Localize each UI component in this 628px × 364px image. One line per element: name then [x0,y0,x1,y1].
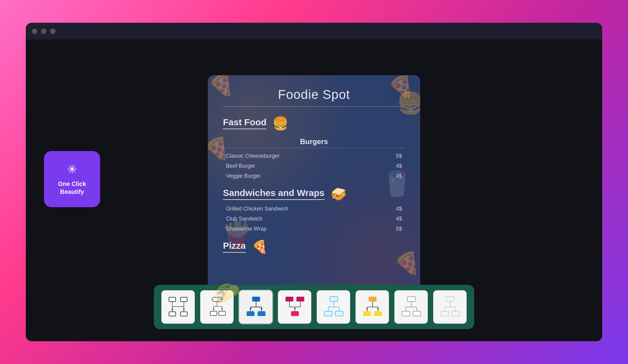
toolbar-item-muted-flowchart[interactable] [433,290,467,324]
list-item: Shawarma Wrap 5$ [223,225,405,233]
svg-marker-27 [261,308,262,310]
svg-marker-26 [250,308,252,310]
list-item: Classic Cheeseburger 5$ [223,152,405,160]
item-name: Club Sandwich [226,216,262,222]
toolbar-item-plain-flowchart[interactable] [161,290,195,324]
list-item: Veggie Burger 4$ [223,172,405,180]
sandwiches-section: Sandwiches and Wraps 🥪 Grilled Chicken S… [223,187,405,233]
burgers-section: Burgers Classic Cheeseburger 5$ Beef Bur… [223,137,405,180]
svg-marker-50 [366,308,368,310]
pizza-header: Pizza 🍕 [223,239,405,254]
svg-marker-18 [221,308,223,310]
svg-rect-53 [402,311,410,316]
item-price: 4$ [396,173,402,179]
item-name: Shawarma Wrap [226,226,267,232]
beautify-label: One ClickBeautify [58,180,86,196]
svg-rect-38 [335,311,343,316]
svg-rect-11 [210,311,217,315]
item-price: 4$ [396,163,402,169]
svg-rect-0 [169,297,176,302]
pizza-title: Pizza [223,241,246,253]
traffic-light-close[interactable] [32,29,37,34]
list-item: Grilled Chicken Sandwich 4$ [223,205,405,213]
svg-marker-35 [294,308,296,310]
svg-marker-8 [171,309,173,311]
svg-rect-54 [413,311,421,316]
svg-rect-60 [441,311,449,316]
window-content: ✳ One ClickBeautify 🍕 🍕 🍔 🍕 🌮 🍕 🥤 🍟 Food… [26,39,602,341]
item-price: 4$ [396,206,402,212]
pizza-emoji: 🍕 [252,239,268,254]
restaurant-title: Foodie Spot [223,87,405,107]
list-item: Beef Burger 4$ [223,162,405,170]
sandwich-emoji: 🥪 [331,187,346,201]
sandwiches-title: Sandwiches and Wraps [223,188,325,200]
fast-food-header: Fast Food 🍔 [223,116,405,131]
svg-rect-2 [169,312,176,316]
svg-rect-12 [219,311,225,315]
titlebar [26,23,602,39]
svg-rect-20 [247,311,255,316]
traffic-light-maximize[interactable] [50,29,56,34]
pizza-section: Pizza 🍕 [223,239,405,254]
svg-marker-17 [213,308,214,310]
menu-card: 🍕 🍕 🍔 🍕 🌮 🍕 🥤 🍟 Foodie Spot Fast Food 🍔 [208,75,420,306]
item-name: Veggie Burger [226,173,261,179]
svg-rect-37 [324,311,332,316]
svg-rect-45 [374,311,382,316]
app-window: ✳ One ClickBeautify 🍕 🍕 🍔 🍕 🌮 🍕 🥤 🍟 Food… [26,23,602,341]
svg-rect-61 [452,311,460,316]
svg-rect-44 [363,311,371,316]
item-price: 5$ [396,226,402,232]
fast-food-section: Fast Food 🍔 [223,116,405,131]
item-price: 4$ [396,216,402,222]
fast-food-emoji: 🍔 [272,116,288,131]
sparkle-icon: ✳ [67,162,77,176]
svg-rect-3 [181,312,187,316]
item-name: Beef Burger [226,163,255,169]
sandwiches-header: Sandwiches and Wraps 🥪 [223,187,405,201]
item-price: 5$ [396,153,402,159]
svg-marker-51 [377,308,379,310]
item-name: Grilled Chicken Sandwich [226,206,288,212]
burgers-title: Burgers [223,137,405,148]
svg-rect-1 [181,297,187,302]
beautify-button[interactable]: ✳ One ClickBeautify [44,151,100,207]
svg-rect-30 [291,311,299,316]
menu-content: Foodie Spot Fast Food 🍔 Burgers Classic … [208,75,420,306]
svg-marker-9 [183,309,185,311]
svg-rect-59 [446,297,454,302]
item-name: Classic Cheeseburger [226,153,280,159]
list-item: Club Sandwich 4$ [223,215,405,223]
fast-food-title: Fast Food [223,117,266,129]
traffic-light-minimize[interactable] [41,29,46,34]
svg-rect-21 [258,311,265,316]
